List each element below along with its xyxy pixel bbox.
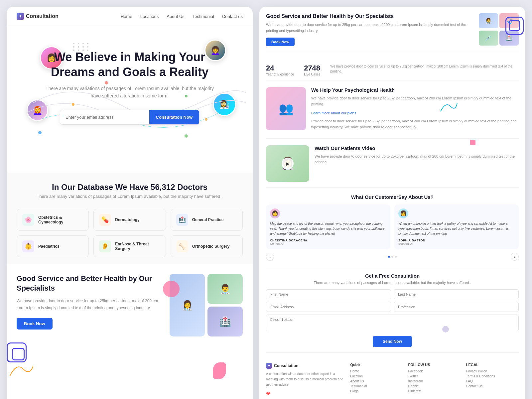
testimonial-title: What Our CustomerSay About Us? bbox=[266, 194, 519, 200]
psych-desc-1: We have provide door to door service for… bbox=[311, 95, 519, 107]
paediatrics-icon: 👶 bbox=[22, 240, 34, 252]
specialty-orthopedic[interactable]: 🦴 Orthopedic Surgery bbox=[171, 235, 243, 257]
right-img-3: 💉 bbox=[479, 31, 498, 46]
consult-title: Get a Free Consulation bbox=[266, 273, 519, 279]
svg-point-3 bbox=[185, 134, 188, 138]
footer-terms[interactable]: Terms & Conditions bbox=[466, 374, 519, 378]
description-textarea[interactable] bbox=[266, 315, 519, 331]
footer-follow-title: FOLLOW US bbox=[408, 363, 461, 367]
consult-desc: There are many variations of passages of… bbox=[266, 281, 519, 285]
right-panel: Good Service and Better Health by Our Sp… bbox=[259, 7, 525, 399]
footer-instagram[interactable]: Instagram bbox=[408, 379, 461, 383]
testimonial-dots bbox=[388, 256, 397, 258]
footer-follow: FOLLOW US Facebook Twitter Instagram Dri… bbox=[408, 363, 461, 397]
footer-quick-title: Quick bbox=[350, 363, 403, 367]
specialty-general[interactable]: 🏥 General Practice bbox=[171, 209, 243, 231]
dermatology-icon: 💊 bbox=[99, 214, 111, 226]
pink-blob-small bbox=[470, 140, 475, 145]
obstetrics-icon: 🌸 bbox=[22, 214, 34, 226]
hero-section: 👩 👩‍🦱 👩‍🦰 👩‍🔬 bbox=[7, 26, 253, 173]
squiggle-right bbox=[439, 100, 459, 113]
pink-blob-bottom bbox=[213, 362, 226, 379]
service-title: Good Service and Better Health by Our Sp… bbox=[17, 274, 162, 293]
footer-brand-name: Consultation bbox=[274, 363, 298, 368]
stat-years-label: Year of Experience bbox=[266, 72, 294, 76]
footer-privacy[interactable]: Privacy Policy bbox=[466, 369, 519, 373]
stats-section: In Our Database We Have 56,312 Doctors T… bbox=[7, 173, 253, 264]
testimonial-text-1: May the peace and joy of the season rema… bbox=[270, 221, 386, 236]
footer-link-testimonial[interactable]: Testimonial bbox=[350, 384, 403, 388]
footer-dribble[interactable]: Dribble bbox=[408, 384, 461, 388]
service-description: We have provide door to door service for… bbox=[17, 298, 162, 311]
footer-brand-desc: A consultation with a doctor or other ex… bbox=[266, 371, 345, 387]
right-book-button[interactable]: Book Now bbox=[266, 38, 295, 46]
dot-3[interactable] bbox=[395, 256, 397, 258]
nav-about[interactable]: About Us bbox=[167, 14, 184, 19]
dot-2[interactable] bbox=[391, 256, 393, 258]
specialty-ent[interactable]: 👂 EarNose & Throat Surgery bbox=[93, 235, 166, 257]
testimonial-author-1: CHRISTINA BORACENA bbox=[270, 239, 386, 242]
specialties-grid: 🌸 Obstetrics & Gynaecology 💊 Dermatology… bbox=[17, 209, 243, 257]
footer-legal-title: LEGAL bbox=[466, 363, 519, 367]
specialty-dermatology[interactable]: 💊 Dermatology bbox=[93, 209, 166, 231]
footer-legal: LEGAL Privacy Policy Terms & Conditions … bbox=[466, 363, 519, 397]
specialty-paediatrics[interactable]: 👶 Paediatrics bbox=[17, 235, 89, 257]
psych-image: 👥 bbox=[266, 87, 306, 133]
hero-title: We Believe in Making Your Dreams and Goa… bbox=[43, 50, 216, 79]
logo: ✦ Consultation bbox=[17, 13, 59, 20]
orthopedic-icon: 🦴 bbox=[176, 240, 188, 252]
testimonial-nav: ‹ › bbox=[266, 253, 519, 261]
learn-more-link[interactable]: Learn more about our plans bbox=[311, 111, 356, 115]
footer-twitter[interactable]: Twitter bbox=[408, 374, 461, 378]
footer-logo-icon: ✦ bbox=[266, 363, 272, 369]
psych-desc-2: Provide door to door service for up to 2… bbox=[311, 118, 519, 130]
footer-link-location[interactable]: Location bbox=[350, 374, 403, 378]
footer-link-blogs[interactable]: Blogs bbox=[350, 389, 403, 393]
right-img-1: 👩‍⚕️ bbox=[479, 13, 498, 28]
last-name-input[interactable] bbox=[394, 289, 519, 299]
first-name-input[interactable] bbox=[266, 289, 391, 299]
ent-label: EarNose & Throat Surgery bbox=[115, 242, 160, 251]
service-img-2: 👨‍⚕️ bbox=[207, 274, 243, 304]
navbar: ✦ Consultation Home Locations About Us T… bbox=[7, 7, 253, 26]
footer: ✦ Consultation A consultation with a doc… bbox=[266, 359, 519, 397]
nav-contact[interactable]: Contact us bbox=[222, 14, 243, 19]
video-title: Watch Our Patients Video bbox=[315, 145, 519, 151]
dot-1[interactable] bbox=[388, 256, 390, 258]
profession-input[interactable] bbox=[394, 302, 519, 312]
play-button[interactable]: ▶ bbox=[282, 158, 294, 170]
nav-locations[interactable]: Locations bbox=[140, 14, 159, 19]
nav-home[interactable]: Home bbox=[121, 14, 132, 19]
service-text: Good Service and Better Health by Our Sp… bbox=[17, 274, 162, 330]
specialty-obstetrics[interactable]: 🌸 Obstetrics & Gynaecology bbox=[17, 209, 89, 231]
footer-logo: ✦ Consultation bbox=[266, 363, 345, 369]
email-input[interactable] bbox=[60, 110, 149, 124]
inner-square-right bbox=[509, 20, 520, 31]
footer-link-home[interactable]: Home bbox=[350, 369, 403, 373]
hero-form: Consultation Now bbox=[60, 110, 200, 125]
nav-links: Home Locations About Us Testimonial Cont… bbox=[121, 13, 243, 19]
footer-link-about[interactable]: About Us bbox=[350, 379, 403, 383]
video-thumbnail[interactable]: 👩‍⚕️ ▶ bbox=[266, 145, 309, 182]
testimonial-author-2: SOPHIA BASTON bbox=[398, 239, 515, 242]
footer-pinterest[interactable]: Pinterest bbox=[408, 389, 461, 393]
email-address-input[interactable] bbox=[266, 302, 391, 312]
left-panel: ✦ Consultation Home Locations About Us T… bbox=[7, 7, 253, 399]
obstetrics-label: Obstetrics & Gynaecology bbox=[38, 215, 83, 224]
inner-square bbox=[12, 348, 25, 360]
send-button[interactable]: Send Now bbox=[373, 336, 412, 347]
nav-testimonial[interactable]: Testimonial bbox=[193, 14, 214, 19]
book-now-button[interactable]: Book Now bbox=[17, 318, 53, 330]
footer-legal-links: Privacy Policy Terms & Conditions FAQ Co… bbox=[466, 369, 519, 388]
footer-follow-links: Facebook Twitter Instagram Dribble Pinte… bbox=[408, 369, 461, 393]
footer-faq[interactable]: FAQ bbox=[466, 379, 519, 383]
paediatrics-label: Paediatrics bbox=[38, 244, 60, 249]
brand-name: Consultation bbox=[26, 13, 59, 19]
right-service-text: Good Service and Better Health by Our Sp… bbox=[266, 13, 473, 46]
testimonial-next-button[interactable]: › bbox=[511, 253, 519, 261]
testimonial-card-2: 👩 When an unknown printer took a galley … bbox=[394, 204, 519, 249]
footer-facebook[interactable]: Facebook bbox=[408, 369, 461, 373]
cta-button[interactable]: Consultation Now bbox=[149, 110, 200, 124]
testimonial-prev-button[interactable]: ‹ bbox=[266, 253, 274, 261]
footer-contact[interactable]: Contact Us bbox=[466, 384, 519, 388]
